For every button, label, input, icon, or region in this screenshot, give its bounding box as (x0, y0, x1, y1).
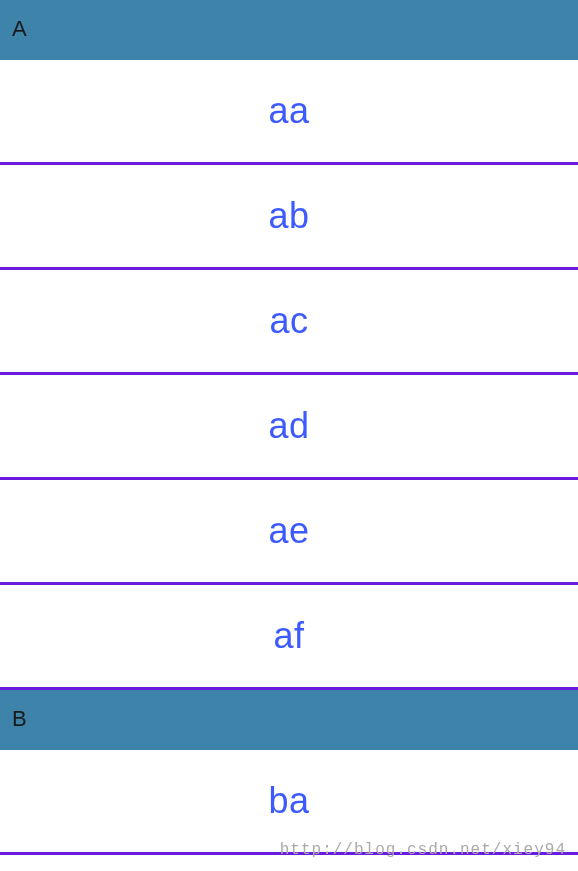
list-item[interactable]: ba (0, 750, 578, 855)
list-item-label: ba (268, 780, 309, 821)
list-item-label: ac (269, 300, 308, 341)
section-header-b: B (0, 690, 578, 750)
section-header-label: B (12, 706, 27, 731)
list-item[interactable]: aa (0, 60, 578, 165)
list-item[interactable]: ac (0, 270, 578, 375)
list-item-label: af (273, 615, 304, 656)
scroll-container[interactable]: A aa ab ac ad ae af B ba (0, 0, 578, 871)
section-header-label: A (12, 16, 27, 41)
list-item-label: ad (268, 405, 309, 446)
list-item-label: ae (268, 510, 309, 551)
list-item[interactable]: af (0, 585, 578, 690)
list-item[interactable]: ae (0, 480, 578, 585)
list-item[interactable]: ab (0, 165, 578, 270)
list-item[interactable]: ad (0, 375, 578, 480)
list-item-label: ab (268, 195, 309, 236)
list-item-label: aa (268, 90, 309, 131)
section-header-a: A (0, 0, 578, 60)
